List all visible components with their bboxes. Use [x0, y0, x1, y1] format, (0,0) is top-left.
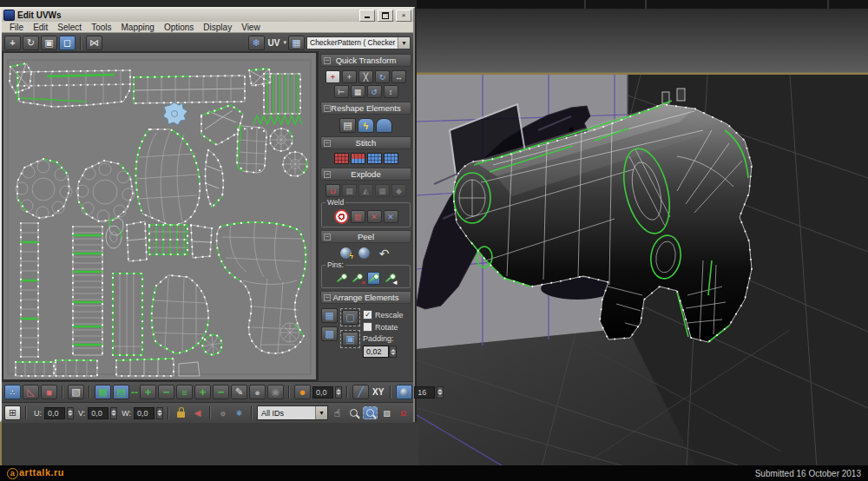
paint-select-icon[interactable]: ✎ — [231, 385, 247, 399]
mirror-icon[interactable]: ⋈ — [86, 36, 102, 50]
align-grid-icon[interactable]: ▦ — [351, 85, 365, 98]
lock-selection-icon[interactable] — [174, 406, 188, 419]
align-cross-icon[interactable]: ╳ — [358, 70, 373, 83]
material-id-dropdown[interactable]: All IDs ▼ — [257, 405, 328, 420]
pan-icon[interactable]: ☝ — [330, 406, 345, 419]
soft-selection-icon[interactable]: ● — [294, 385, 311, 399]
soft-selection-spinner[interactable] — [335, 386, 342, 399]
uv-dropdown-arrow[interactable]: ▾ — [283, 39, 286, 46]
stitch-source-icon[interactable] — [367, 153, 382, 164]
pin-selected-icon[interactable] — [367, 272, 380, 285]
scale-icon[interactable]: ▣ — [41, 36, 57, 50]
menu-edit[interactable]: Edit — [29, 23, 52, 32]
menu-select[interactable]: Select — [53, 23, 86, 32]
u-field[interactable]: 0,0 — [44, 407, 65, 419]
pack-tight-icon[interactable]: ▩ — [321, 326, 338, 341]
material-id-arrow[interactable]: ▼ — [315, 406, 327, 419]
edge-loop-dash-icon[interactable]: ‑‑ — [131, 386, 138, 399]
menu-file[interactable]: File — [5, 23, 28, 32]
show-map-icon[interactable]: ❄ — [248, 36, 265, 50]
section-explode[interactable]: –Explode — [320, 168, 411, 181]
restore-button[interactable] — [378, 10, 393, 22]
menu-mapping[interactable]: Mapping — [117, 23, 159, 32]
uv-editor-canvas[interactable] — [3, 53, 316, 379]
section-peel[interactable]: –Peel — [320, 230, 411, 243]
stitch-target-icon[interactable] — [384, 153, 398, 164]
weld-pairs-icon[interactable]: ✕ — [384, 210, 398, 223]
move-selected-icon[interactable]: + — [342, 70, 357, 83]
relax-fast-icon[interactable]: ϟ — [358, 118, 374, 133]
zoom-extents-icon[interactable]: ▧ — [379, 406, 394, 419]
title-bar[interactable]: Edit UVWs × — [2, 9, 413, 22]
pin-icon[interactable] — [336, 273, 347, 284]
ring-shrink-icon[interactable]: − — [213, 385, 229, 399]
v-spinner[interactable] — [110, 407, 117, 419]
space-vertical-icon[interactable]: ↕ — [384, 85, 398, 98]
falloff-linear-icon[interactable]: ╱ — [352, 385, 369, 399]
align-pivot-icon[interactable]: + — [326, 70, 340, 83]
w-spinner[interactable] — [156, 407, 163, 419]
menu-tools[interactable]: Tools — [87, 23, 115, 32]
soft-selection-value[interactable]: 0,0 — [312, 386, 333, 399]
space-horizontal-icon[interactable]: ↔ — [391, 70, 406, 83]
pin-pick-icon[interactable]: ◄ — [385, 273, 396, 284]
transform-gizmo-icon[interactable]: ⊞ — [4, 405, 21, 420]
stitch-custom-icon[interactable] — [334, 153, 349, 164]
weld-target-icon[interactable] — [334, 209, 349, 224]
falloff-space-label[interactable]: XY — [371, 387, 385, 397]
section-reshape-elements[interactable]: –Reshape Elements — [320, 102, 411, 115]
rescale-checkbox[interactable]: ✓Rescale — [363, 310, 404, 320]
section-arrange-elements[interactable]: –Arrange Elements — [320, 291, 411, 304]
vertex-mode-icon[interactable]: ∴ — [4, 385, 21, 399]
uvw-cube-icon[interactable]: ▧ — [68, 385, 84, 399]
paint-falloff-icon[interactable]: ◉ — [267, 385, 284, 399]
padding-field[interactable]: 0,02 — [363, 346, 389, 358]
padding-spinner[interactable] — [389, 346, 397, 358]
uv-space-selector[interactable]: UV — [268, 38, 280, 48]
filter-selected-icon[interactable]: ◄ — [190, 406, 205, 419]
texture-dropdown-arrow[interactable]: ▼ — [398, 37, 410, 49]
freeze-icon[interactable]: ❄ — [232, 406, 247, 419]
texture-dropdown[interactable]: CheckerPattern ( Checker ) ▼ — [306, 36, 411, 49]
align-corner-icon[interactable]: ⊢ — [334, 85, 349, 98]
zoom-region-icon[interactable] — [363, 406, 378, 419]
section-quick-transform[interactable]: –Quick Transform — [320, 54, 411, 67]
v-field[interactable]: 0,0 — [88, 407, 108, 419]
options-grid-icon[interactable]: ▦ — [288, 36, 305, 50]
peel-mode-icon[interactable] — [358, 247, 370, 259]
shrink-selection-icon[interactable]: − — [158, 385, 174, 399]
stitch-average-icon[interactable] — [351, 153, 365, 164]
edge-mode-icon[interactable]: ◺ — [23, 385, 39, 399]
pack-region-2[interactable]: ▣ — [340, 330, 360, 348]
planar-angle-icon[interactable]: ▤ — [113, 385, 129, 399]
minimize-button[interactable] — [359, 10, 375, 22]
menu-options[interactable]: Options — [160, 23, 198, 32]
break-icon[interactable]: ⊔ — [326, 184, 340, 197]
select-element-icon[interactable]: ▦ — [95, 385, 111, 399]
w-field[interactable]: 0,0 — [134, 407, 155, 419]
relax-stack-icon[interactable]: ▤ — [339, 118, 356, 133]
rotate-checkbox[interactable]: Rotate — [363, 322, 404, 332]
menu-view[interactable]: View — [237, 23, 265, 32]
viewport-below-window[interactable] — [0, 422, 418, 465]
loop-extend-icon[interactable]: ≡ — [176, 385, 193, 399]
move-icon[interactable]: + — [4, 36, 21, 50]
zoom-icon[interactable] — [346, 406, 361, 419]
rotate-ccw-icon[interactable]: ↺ — [367, 85, 382, 98]
snap-icon[interactable]: Ω — [396, 406, 411, 419]
freeform-mode-icon[interactable]: ◻ — [59, 36, 76, 50]
ring-grow-icon[interactable]: + — [194, 385, 211, 399]
weld-all-icon[interactable]: ✕ — [367, 210, 382, 223]
rotate-icon[interactable]: ↻ — [23, 36, 39, 50]
weld-selected-icon[interactable]: ▥ — [351, 210, 365, 223]
paint-radius-icon[interactable]: ● — [249, 385, 266, 399]
brush-size-value[interactable]: 16 — [414, 386, 435, 399]
face-mode-icon[interactable]: ■ — [41, 385, 57, 399]
menu-display[interactable]: Display — [199, 23, 236, 32]
quick-peel-icon[interactable]: ϟ — [340, 247, 352, 259]
unpin-icon[interactable]: × — [352, 273, 363, 284]
pack-normalize-icon[interactable]: ▦ — [321, 308, 338, 323]
grow-selection-icon[interactable]: + — [140, 385, 156, 399]
relax-dome-icon[interactable] — [376, 118, 392, 133]
u-spinner[interactable] — [67, 407, 74, 419]
